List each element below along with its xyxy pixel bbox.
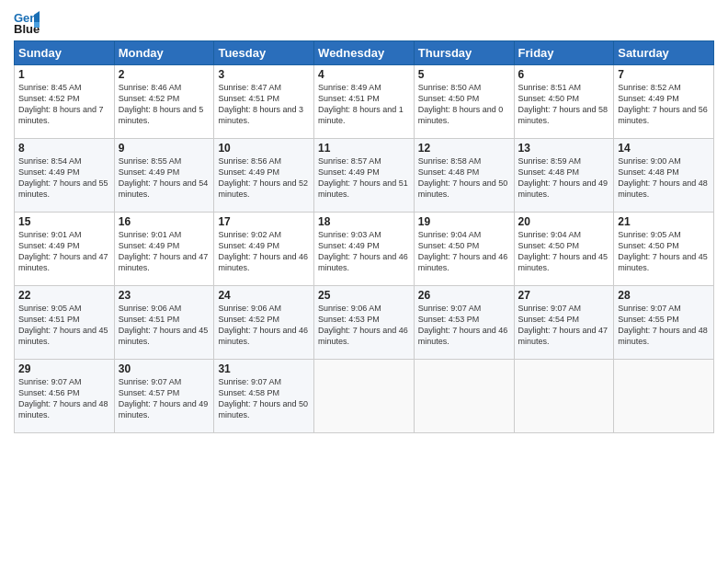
- day-number: 10: [218, 142, 310, 155]
- day-number: 25: [318, 289, 410, 302]
- calendar-day-cell: 1Sunrise: 8:45 AMSunset: 4:52 PMDaylight…: [15, 65, 115, 139]
- day-number: 8: [18, 142, 110, 155]
- day-number: 14: [618, 142, 710, 155]
- day-number: 2: [119, 68, 210, 81]
- day-number: 19: [418, 215, 510, 228]
- day-number: 6: [518, 68, 610, 81]
- calendar-day-cell: 24Sunrise: 9:06 AMSunset: 4:52 PMDayligh…: [214, 286, 314, 360]
- calendar-day-cell: 19Sunrise: 9:04 AMSunset: 4:50 PMDayligh…: [414, 213, 514, 286]
- day-detail: Sunrise: 8:57 AMSunset: 4:49 PMDaylight:…: [318, 155, 410, 201]
- day-detail: Sunrise: 9:05 AMSunset: 4:51 PMDaylight:…: [18, 303, 110, 348]
- day-detail: Sunrise: 9:06 AMSunset: 4:52 PMDaylight:…: [218, 303, 310, 348]
- day-detail: Sunrise: 8:56 AMSunset: 4:49 PMDaylight:…: [218, 155, 310, 201]
- calendar-day-cell: 23Sunrise: 9:06 AMSunset: 4:51 PMDayligh…: [114, 286, 214, 360]
- weekday-header-cell: Wednesday: [314, 41, 415, 65]
- weekday-header-cell: Sunday: [15, 41, 115, 65]
- day-number: 30: [119, 362, 210, 375]
- day-detail: Sunrise: 9:04 AMSunset: 4:50 PMDaylight:…: [418, 229, 510, 274]
- calendar-day-cell: 27Sunrise: 9:07 AMSunset: 4:54 PMDayligh…: [514, 286, 614, 360]
- calendar-table: SundayMondayTuesdayWednesdayThursdayFrid…: [14, 40, 714, 433]
- calendar-day-cell: 31Sunrise: 9:07 AMSunset: 4:58 PMDayligh…: [214, 360, 314, 433]
- calendar-day-cell: 29Sunrise: 9:07 AMSunset: 4:56 PMDayligh…: [15, 360, 115, 433]
- page-container: General Blue SundayMondayTuesdayWednesda…: [0, 0, 728, 442]
- logo: General Blue: [14, 9, 43, 35]
- calendar-day-cell: 2Sunrise: 8:46 AMSunset: 4:52 PMDaylight…: [114, 65, 214, 139]
- day-detail: Sunrise: 9:02 AMSunset: 4:49 PMDaylight:…: [218, 229, 310, 274]
- day-number: 18: [318, 215, 410, 228]
- day-detail: Sunrise: 8:52 AMSunset: 4:49 PMDaylight:…: [618, 82, 710, 127]
- day-detail: Sunrise: 8:50 AMSunset: 4:50 PMDaylight:…: [418, 82, 510, 127]
- day-number: 27: [518, 289, 610, 302]
- calendar-week-row: 29Sunrise: 9:07 AMSunset: 4:56 PMDayligh…: [15, 360, 714, 433]
- day-detail: Sunrise: 9:05 AMSunset: 4:50 PMDaylight:…: [618, 229, 710, 274]
- calendar-day-cell: 20Sunrise: 9:04 AMSunset: 4:50 PMDayligh…: [514, 213, 614, 286]
- calendar-day-cell: 5Sunrise: 8:50 AMSunset: 4:50 PMDaylight…: [414, 65, 514, 139]
- day-number: 13: [518, 142, 610, 155]
- calendar-day-cell: 14Sunrise: 9:00 AMSunset: 4:48 PMDayligh…: [614, 139, 714, 213]
- calendar-day-cell: 12Sunrise: 8:58 AMSunset: 4:48 PMDayligh…: [414, 139, 514, 213]
- weekday-header-cell: Monday: [114, 41, 214, 65]
- weekday-header-cell: Tuesday: [214, 41, 314, 65]
- calendar-day-cell: [414, 360, 514, 433]
- weekday-header-cell: Saturday: [614, 41, 714, 65]
- calendar-day-cell: 11Sunrise: 8:57 AMSunset: 4:49 PMDayligh…: [314, 139, 415, 213]
- calendar-day-cell: 15Sunrise: 9:01 AMSunset: 4:49 PMDayligh…: [15, 213, 115, 286]
- day-detail: Sunrise: 9:07 AMSunset: 4:55 PMDaylight:…: [618, 303, 710, 348]
- calendar-body: 1Sunrise: 8:45 AMSunset: 4:52 PMDaylight…: [15, 65, 714, 433]
- calendar-day-cell: 3Sunrise: 8:47 AMSunset: 4:51 PMDaylight…: [214, 65, 314, 139]
- day-detail: Sunrise: 8:51 AMSunset: 4:50 PMDaylight:…: [518, 82, 610, 127]
- calendar-day-cell: [614, 360, 714, 433]
- day-number: 7: [618, 68, 710, 81]
- day-detail: Sunrise: 9:07 AMSunset: 4:54 PMDaylight:…: [518, 303, 610, 348]
- day-detail: Sunrise: 9:07 AMSunset: 4:56 PMDaylight:…: [18, 376, 110, 421]
- calendar-week-row: 1Sunrise: 8:45 AMSunset: 4:52 PMDaylight…: [15, 65, 714, 139]
- svg-marker-3: [34, 22, 40, 28]
- day-detail: Sunrise: 9:04 AMSunset: 4:50 PMDaylight:…: [518, 229, 610, 274]
- day-detail: Sunrise: 8:46 AMSunset: 4:52 PMDaylight:…: [119, 82, 210, 127]
- day-number: 12: [418, 142, 510, 155]
- calendar-day-cell: 28Sunrise: 9:07 AMSunset: 4:55 PMDayligh…: [614, 286, 714, 360]
- day-number: 1: [18, 68, 110, 81]
- day-detail: Sunrise: 8:47 AMSunset: 4:51 PMDaylight:…: [218, 82, 310, 127]
- day-detail: Sunrise: 9:07 AMSunset: 4:53 PMDaylight:…: [418, 303, 510, 348]
- day-detail: Sunrise: 8:54 AMSunset: 4:49 PMDaylight:…: [18, 155, 110, 201]
- calendar-day-cell: 26Sunrise: 9:07 AMSunset: 4:53 PMDayligh…: [414, 286, 514, 360]
- calendar-day-cell: 7Sunrise: 8:52 AMSunset: 4:49 PMDaylight…: [614, 65, 714, 139]
- day-number: 26: [418, 289, 510, 302]
- day-number: 3: [218, 68, 310, 81]
- day-detail: Sunrise: 9:01 AMSunset: 4:49 PMDaylight:…: [119, 229, 210, 274]
- day-number: 4: [318, 68, 410, 81]
- day-number: 24: [218, 289, 310, 302]
- weekday-header-row: SundayMondayTuesdayWednesdayThursdayFrid…: [15, 41, 714, 65]
- calendar-day-cell: 4Sunrise: 8:49 AMSunset: 4:51 PMDaylight…: [314, 65, 415, 139]
- logo-icon: General Blue: [14, 9, 40, 35]
- calendar-day-cell: 6Sunrise: 8:51 AMSunset: 4:50 PMDaylight…: [514, 65, 614, 139]
- calendar-day-cell: 21Sunrise: 9:05 AMSunset: 4:50 PMDayligh…: [614, 213, 714, 286]
- day-detail: Sunrise: 8:59 AMSunset: 4:48 PMDaylight:…: [518, 155, 610, 201]
- day-detail: Sunrise: 8:58 AMSunset: 4:48 PMDaylight:…: [418, 155, 510, 201]
- day-number: 29: [18, 362, 110, 375]
- day-detail: Sunrise: 9:03 AMSunset: 4:49 PMDaylight:…: [318, 229, 410, 274]
- day-detail: Sunrise: 9:01 AMSunset: 4:49 PMDaylight:…: [18, 229, 110, 274]
- day-detail: Sunrise: 8:45 AMSunset: 4:52 PMDaylight:…: [18, 82, 110, 127]
- calendar-day-cell: 17Sunrise: 9:02 AMSunset: 4:49 PMDayligh…: [214, 213, 314, 286]
- day-number: 28: [618, 289, 710, 302]
- day-number: 9: [119, 142, 210, 155]
- weekday-header-cell: Thursday: [414, 41, 514, 65]
- calendar-day-cell: 8Sunrise: 8:54 AMSunset: 4:49 PMDaylight…: [15, 139, 115, 213]
- calendar-day-cell: 9Sunrise: 8:55 AMSunset: 4:49 PMDaylight…: [114, 139, 214, 213]
- day-number: 11: [318, 142, 410, 155]
- calendar-day-cell: 25Sunrise: 9:06 AMSunset: 4:53 PMDayligh…: [314, 286, 415, 360]
- calendar-week-row: 8Sunrise: 8:54 AMSunset: 4:49 PMDaylight…: [15, 139, 714, 213]
- day-detail: Sunrise: 8:49 AMSunset: 4:51 PMDaylight:…: [318, 82, 410, 127]
- day-detail: Sunrise: 8:55 AMSunset: 4:49 PMDaylight:…: [119, 155, 210, 201]
- weekday-header-cell: Friday: [514, 41, 614, 65]
- calendar-day-cell: 30Sunrise: 9:07 AMSunset: 4:57 PMDayligh…: [114, 360, 214, 433]
- calendar-day-cell: 18Sunrise: 9:03 AMSunset: 4:49 PMDayligh…: [314, 213, 415, 286]
- day-number: 22: [18, 289, 110, 302]
- day-detail: Sunrise: 9:06 AMSunset: 4:51 PMDaylight:…: [119, 303, 210, 348]
- calendar-day-cell: 22Sunrise: 9:05 AMSunset: 4:51 PMDayligh…: [15, 286, 115, 360]
- day-detail: Sunrise: 9:00 AMSunset: 4:48 PMDaylight:…: [618, 155, 710, 201]
- day-number: 5: [418, 68, 510, 81]
- day-number: 21: [618, 215, 710, 228]
